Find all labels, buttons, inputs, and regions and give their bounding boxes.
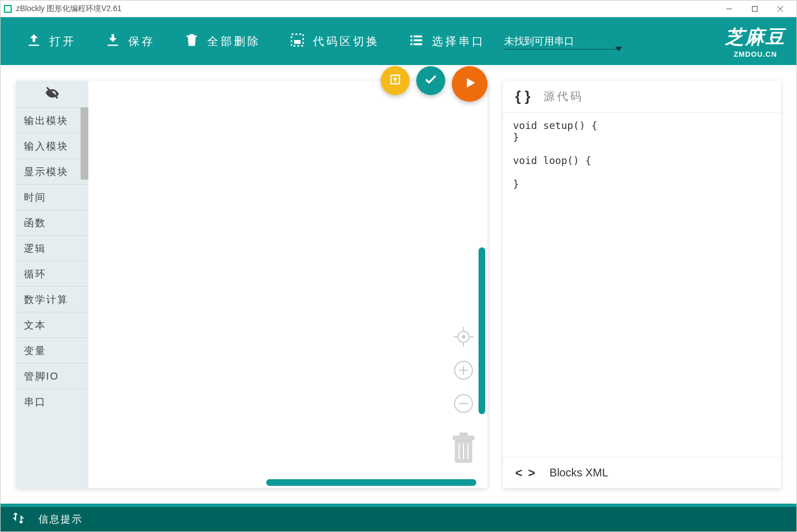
window-title: zBlockly 图形化编程环境V2.61 bbox=[16, 4, 716, 14]
list-icon bbox=[409, 32, 424, 51]
code-panel-footer[interactable]: < > Blocks XML bbox=[503, 457, 781, 488]
check-icon bbox=[424, 72, 438, 89]
export-button[interactable] bbox=[381, 66, 410, 95]
brand-logo: 芝麻豆 ZMDOU.CN bbox=[725, 24, 785, 58]
workspace-scrollbar-vertical[interactable] bbox=[479, 247, 485, 414]
braces-icon: { } bbox=[515, 88, 530, 105]
eye-off-icon bbox=[45, 86, 59, 102]
category-item[interactable]: 时间 bbox=[16, 184, 88, 210]
app-window: zBlockly 图形化编程环境V2.61 打开 保存 bbox=[0, 0, 797, 532]
category-item[interactable]: 文本 bbox=[16, 312, 88, 337]
category-scrollbar[interactable] bbox=[81, 107, 88, 180]
svg-rect-1 bbox=[753, 6, 758, 11]
canvas-action-buttons bbox=[381, 66, 487, 102]
code-text: void setup() { } void loop() { } bbox=[503, 113, 781, 457]
toggle-code-label: 代码区切换 bbox=[313, 34, 380, 49]
toggle-code-icon bbox=[290, 32, 305, 51]
code-panel-title: 源代码 bbox=[544, 89, 584, 104]
blockly-workspace: 输出模块 输入模块 显示模块 时间 函数 逻辑 循环 数学计算 文本 变量 管脚… bbox=[16, 81, 487, 488]
download-icon bbox=[105, 32, 121, 51]
save-label: 保存 bbox=[128, 34, 155, 49]
logo-text-1: 芝麻豆 bbox=[725, 24, 785, 50]
toggle-visibility-button[interactable] bbox=[16, 81, 88, 107]
workspace-controls bbox=[450, 325, 477, 467]
select-serial-button[interactable]: 选择串口 bbox=[394, 17, 500, 65]
maximize-button[interactable] bbox=[742, 1, 768, 17]
category-item[interactable]: 数学计算 bbox=[16, 286, 88, 312]
logo-text-2: ZMDOU.CN bbox=[734, 50, 777, 58]
workspace-scrollbar-horizontal[interactable] bbox=[266, 479, 476, 486]
app-icon bbox=[4, 5, 12, 13]
code-panel: { } 源代码 void setup() { } void loop() { }… bbox=[503, 81, 781, 488]
svg-point-7 bbox=[462, 335, 465, 339]
category-item[interactable]: 函数 bbox=[16, 210, 88, 235]
toggle-code-button[interactable]: 代码区切换 bbox=[275, 17, 394, 65]
close-button[interactable] bbox=[768, 1, 793, 17]
category-item[interactable]: 输出模块 bbox=[16, 107, 88, 133]
open-button[interactable]: 打开 bbox=[12, 17, 91, 65]
upload-icon bbox=[26, 32, 42, 51]
main-toolbar: 打开 保存 全部删除 代码区切换 选择串口 未找到可用串 bbox=[1, 17, 796, 65]
export-icon bbox=[388, 72, 402, 89]
category-list: 输出模块 输入模块 显示模块 时间 函数 逻辑 循环 数学计算 文本 变量 管脚… bbox=[16, 81, 88, 488]
delete-all-button[interactable]: 全部删除 bbox=[170, 17, 275, 65]
trash-icon bbox=[184, 32, 200, 51]
window-controls bbox=[716, 1, 793, 17]
run-button[interactable] bbox=[452, 66, 487, 102]
category-item[interactable]: 输入模块 bbox=[16, 133, 88, 158]
zoom-in-button[interactable] bbox=[450, 358, 477, 385]
target-icon bbox=[452, 326, 475, 350]
category-item[interactable]: 显示模块 bbox=[16, 158, 88, 184]
dropdown-indicator bbox=[504, 49, 621, 49]
save-button[interactable]: 保存 bbox=[91, 17, 170, 65]
angle-brackets-icon: < > bbox=[515, 466, 536, 480]
code-panel-header[interactable]: { } 源代码 bbox=[503, 81, 781, 113]
category-item[interactable]: 变量 bbox=[16, 337, 88, 363]
verify-button[interactable] bbox=[416, 66, 445, 95]
trashcan-icon bbox=[450, 457, 477, 466]
delete-all-label: 全部删除 bbox=[207, 34, 261, 49]
category-item[interactable]: 串口 bbox=[16, 389, 88, 414]
open-label: 打开 bbox=[49, 34, 76, 49]
status-bar[interactable]: 信息提示 bbox=[1, 504, 796, 531]
serial-port-dropdown[interactable]: 未找到可用串口 bbox=[504, 33, 621, 49]
block-canvas[interactable] bbox=[88, 81, 487, 488]
minimize-button[interactable] bbox=[716, 1, 742, 17]
category-item[interactable]: 逻辑 bbox=[16, 235, 88, 261]
svg-rect-19 bbox=[460, 432, 467, 436]
status-label: 信息提示 bbox=[38, 513, 83, 526]
titlebar: zBlockly 图形化编程环境V2.61 bbox=[1, 1, 796, 17]
select-serial-label: 选择串口 bbox=[432, 34, 485, 49]
category-items: 输出模块 输入模块 显示模块 时间 函数 逻辑 循环 数学计算 文本 变量 管脚… bbox=[16, 107, 88, 488]
transfer-icon bbox=[12, 511, 25, 527]
zoom-out-button[interactable] bbox=[450, 391, 477, 418]
category-item[interactable]: 管脚IO bbox=[16, 363, 88, 389]
trash-button[interactable] bbox=[450, 432, 477, 467]
category-item[interactable]: 循环 bbox=[16, 261, 88, 286]
blocks-xml-label: Blocks XML bbox=[550, 466, 609, 479]
svg-rect-5 bbox=[294, 40, 301, 44]
plus-icon bbox=[452, 359, 475, 384]
svg-rect-18 bbox=[453, 436, 474, 440]
center-button[interactable] bbox=[450, 325, 477, 351]
minus-icon bbox=[452, 392, 475, 417]
play-icon bbox=[462, 76, 477, 92]
content-area: 输出模块 输入模块 显示模块 时间 函数 逻辑 循环 数学计算 文本 变量 管脚… bbox=[1, 65, 796, 504]
serial-status-text: 未找到可用串口 bbox=[504, 33, 621, 49]
